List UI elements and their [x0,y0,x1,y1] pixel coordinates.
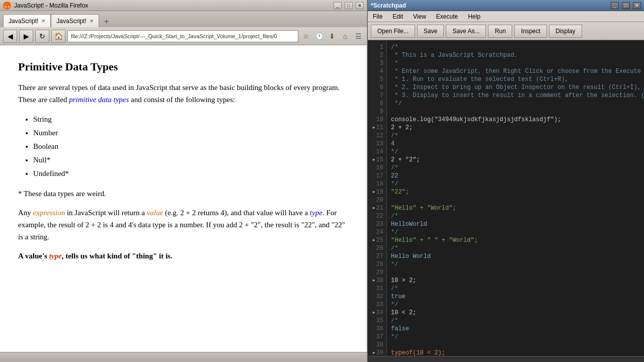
code-line-2: * This is a JavaScript Scratchpad. [391,51,640,59]
list-item: Undefined* [33,167,349,180]
firefox-statusbar [0,352,367,362]
code-line-5: * 1. Run to evaluate the selected text (… [391,75,640,83]
code-line-37: */ [391,333,640,341]
code-line-30: 10 > 2; [391,277,640,285]
home-nav-icon[interactable]: ⌂ [340,31,351,42]
inspect-button[interactable]: Inspect [514,25,547,38]
code-line-19: "22"; [391,188,640,196]
maximize-button[interactable]: □ [345,2,353,9]
scratchpad-title: *Scratchpad [371,2,608,9]
display-button[interactable]: Display [549,25,582,38]
tab-2-close[interactable]: ✕ [90,18,94,24]
paragraph-2: Any expression in JavaScript will return… [18,207,349,243]
history-icon[interactable]: 🕐 [313,31,325,42]
code-line-29 [391,268,640,277]
home-button[interactable]: 🏠 [51,30,65,43]
menu-edit[interactable]: Edit [387,11,408,22]
code-line-31: /* [391,285,640,293]
line-number-7: 7 [368,92,386,100]
run-button[interactable]: Run [488,25,512,38]
code-line-12: /* [391,132,640,140]
line-number-17: 17 [368,172,386,180]
line-number-28: 28 [368,260,386,268]
horizontal-scrollbar[interactable] [368,356,644,362]
code-line-6: * 2. Inspect to bring up an Object Inspe… [391,83,640,92]
bookmark-icon[interactable]: ☆ [300,31,311,42]
code-line-4: * Enter some JavaScript, then Right Clic… [391,67,640,75]
primitive-link[interactable]: primitive data types [69,96,129,104]
line-number-34: 34 [368,309,386,317]
tab-2-label: JavaScript! [56,18,86,25]
code-line-14: */ [391,148,640,156]
line-number-11: 11 [368,124,386,132]
page-heading: Primitive Data Types [18,60,349,73]
code-line-38 [391,341,640,349]
para2-start: Any [18,209,33,217]
line-number-27: 27 [368,252,386,260]
menu-view[interactable]: View [408,11,431,22]
line-number-4: 4 [368,67,386,75]
scratchpad-menu: File Edit View Execute Help [368,11,644,22]
firefox-icon: 🦊 [3,2,11,10]
save-button[interactable]: Save [417,25,444,38]
menu-icon[interactable]: ☰ [353,31,364,42]
line-number-3: 3 [368,59,386,67]
open-file-button[interactable]: Open File... [371,25,415,38]
code-line-18: */ [391,180,640,188]
firefox-title: JavaScript! - Mozilla Firefox [14,2,331,9]
tab-1[interactable]: JavaScript! ✕ [3,14,51,27]
code-line-22: /* [391,212,640,220]
content-area: Primitive Data Types There are several t… [0,45,367,352]
menu-help[interactable]: Help [463,11,486,22]
menu-execute[interactable]: Execute [431,11,463,22]
url-bar[interactable] [67,30,298,42]
close-button[interactable]: ✕ [356,2,364,9]
back-button[interactable]: ◀ [3,30,17,43]
line-number-30: 30 [368,277,386,285]
scratchpad-window: *Scratchpad _ □ ✕ File Edit View Execute… [367,0,644,362]
line-number-5: 5 [368,75,386,83]
line-number-16: 16 [368,164,386,172]
code-editor[interactable]: 1234567891011121314151617181920212223242… [368,40,644,356]
line-number-20: 20 [368,196,386,204]
para3-end: , tells us what kind of "thing" it is. [62,252,173,260]
code-line-10: console.log("34949ukjsdkfjkasjdjsjdfskla… [391,116,640,124]
line-number-15: 15 [368,156,386,164]
code-line-23: HelloWorld [391,220,640,228]
sp-minimize-button[interactable]: _ [611,2,619,9]
line-number-19: 19 [368,188,386,196]
line-number-33: 33 [368,301,386,309]
line-number-37: 37 [368,333,386,341]
para2-mid1: in JavaScript will return a [65,209,146,217]
forward-button[interactable]: ▶ [19,30,33,43]
code-line-7: * 3. Display to insert the result in a c… [391,92,640,100]
download-icon[interactable]: ⬇ [327,31,338,42]
firefox-titlebar: 🦊 JavaScript! - Mozilla Firefox _ □ ✕ [0,0,367,11]
expression-highlight: expression [33,209,65,217]
tab-bar: JavaScript! ✕ JavaScript! ✕ + [0,11,367,27]
list-item: Null* [33,153,349,167]
sp-close-button[interactable]: ✕ [633,2,641,9]
line-number-13: 13 [368,140,386,148]
firefox-window: 🦊 JavaScript! - Mozilla Firefox _ □ ✕ Ja… [0,0,367,362]
tab-2[interactable]: JavaScript! ✕ [51,14,99,27]
line-number-8: 8 [368,100,386,108]
code-content[interactable]: /* * This is a JavaScript Scratchpad. * … [387,40,644,356]
minimize-button[interactable]: _ [334,2,342,9]
code-line-13: 4 [391,140,640,148]
sp-maximize-button[interactable]: □ [622,2,630,9]
line-number-6: 6 [368,83,386,92]
para1-end: and consist of the following types: [129,96,235,104]
line-numbers: 1234567891011121314151617181920212223242… [368,40,387,356]
code-line-15: 2 + "2"; [391,156,640,164]
new-tab-button[interactable]: + [101,16,112,27]
tab-1-close[interactable]: ✕ [41,18,45,24]
line-number-25: 25 [368,236,386,244]
nav-bar: ◀ ▶ ↻ 🏠 ☆ 🕐 ⬇ ⌂ ☰ [0,27,367,45]
code-line-20 [391,196,640,204]
code-line-3: * [391,59,640,67]
save-as-button[interactable]: Save As... [446,25,486,38]
reload-button[interactable]: ↻ [35,30,49,43]
code-line-27: Hello World [391,252,640,260]
menu-file[interactable]: File [368,11,387,22]
